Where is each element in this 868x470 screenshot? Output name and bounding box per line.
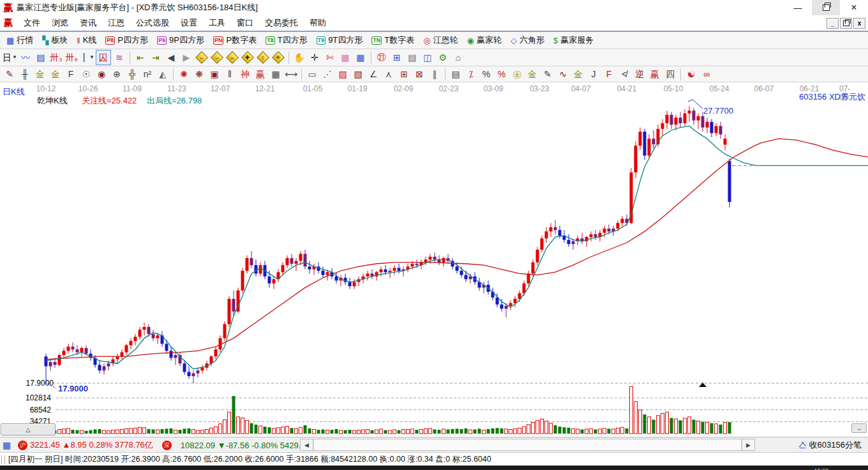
pattern-select[interactable]: 囚 (96, 50, 111, 65)
tick-pair-tool[interactable]: ‖ (223, 67, 237, 81)
gold-under-tool[interactable]: 金 (571, 67, 585, 81)
p-table-button[interactable]: PNP数字表 (209, 33, 261, 48)
kline-9-bars[interactable]: 卅₉ (64, 50, 79, 64)
p-square-button[interactable]: P8P四方形 (101, 33, 153, 48)
shanghai-index-quote[interactable]: 3221.45 ▲8.95 0.28% 3778.76亿 (30, 439, 153, 451)
nine-p-square-button[interactable]: P99P四方形 (153, 33, 209, 48)
hexagon-button[interactable]: ◇六角形 (506, 33, 549, 48)
tick-data-link[interactable]: 亼 收603156分笔 (799, 439, 862, 451)
rays-tool[interactable]: ⋰ (320, 67, 334, 81)
angle-wedge-tool[interactable]: ◭ (156, 67, 170, 81)
menu-资讯[interactable]: 资讯 (74, 16, 102, 30)
menu-交易委托[interactable]: 交易委托 (259, 16, 304, 30)
measure-tool[interactable]: ✄ (323, 50, 337, 64)
gann-fan-tool[interactable]: ✺ (177, 67, 191, 81)
starburst-tool[interactable]: ❋ (192, 67, 206, 81)
menu-窗口[interactable]: 窗口 (231, 16, 259, 30)
boxed-square-tool[interactable]: ▣ (207, 67, 221, 81)
remote-pc-button[interactable]: ⌂ (451, 50, 465, 64)
width-measure-tool[interactable]: ⟷ (284, 67, 298, 81)
fit-y-button[interactable]: ↕ (256, 50, 270, 64)
hatch-2-tool[interactable]: ▧ (351, 67, 365, 81)
mdi-minimize-button[interactable]: _ (827, 18, 839, 29)
fit-x-button[interactable]: ↔ (225, 50, 239, 64)
sectors-button[interactable]: ▚板块 (38, 33, 72, 48)
restore-button[interactable] (812, 0, 840, 15)
mdi-close-button[interactable]: x (853, 18, 865, 29)
infinity-button[interactable]: ∞ (700, 67, 714, 81)
target-tool[interactable]: ◉ (94, 67, 108, 81)
ni-angle-tool[interactable]: 逆 (632, 67, 647, 81)
candle-width[interactable]: 〡▼ (80, 50, 94, 64)
gann-wheel-button[interactable]: ◎江恩轮 (419, 33, 462, 48)
memo-button[interactable]: ▤ (405, 50, 419, 64)
menu-工具[interactable]: 工具 (203, 16, 231, 30)
zigzag-tool[interactable]: ⋏ (382, 67, 396, 81)
kline-3-bars[interactable]: 卅₃ (49, 50, 63, 64)
yinyang-button[interactable]: ☯ (684, 67, 698, 81)
scroll-left-button[interactable]: ◀ (301, 439, 313, 450)
j-angle-tool[interactable]: J (587, 67, 601, 81)
kline-chart-svg[interactable]: 102814685423427117.900027.770017.9000 (0, 82, 868, 437)
percent-lines-tool[interactable]: % (495, 67, 509, 81)
grow-x-button[interactable]: → (210, 50, 224, 64)
menu-设置[interactable]: 设置 (175, 16, 203, 30)
reset-zoom-button[interactable]: ✳ (271, 50, 285, 64)
minimize-button[interactable]: — (784, 0, 812, 15)
pen-tool[interactable]: ✎ (3, 67, 17, 81)
parallel-tool[interactable]: ∥ (428, 67, 442, 81)
rect-tool[interactable]: ▭ (305, 67, 319, 81)
circled-gold-tool[interactable]: ㊎ (510, 67, 524, 81)
grid-blue-tool[interactable]: ▦ (354, 50, 368, 64)
sort-columns[interactable]: ≋ (112, 50, 126, 64)
t-square-button[interactable]: T8T四方形 (261, 33, 311, 48)
menu-江恩[interactable]: 江恩 (102, 16, 130, 30)
chart-style[interactable]: 〰 (19, 50, 33, 64)
nine-t-square-button[interactable]: T99T四方形 (312, 33, 368, 48)
volume-scroll-button[interactable]: → (851, 423, 867, 433)
percent-tool[interactable]: % (479, 67, 493, 81)
angle-line-tool[interactable]: ∠ (366, 67, 380, 81)
ying-tool[interactable]: 赢 (253, 67, 267, 81)
last-page-button[interactable]: ⇥ (149, 50, 163, 64)
next-page-button[interactable]: ▶ (179, 50, 193, 64)
menu-公式选股[interactable]: 公式选股 (130, 16, 175, 30)
circle-cross-tool[interactable]: ⊕ (110, 67, 124, 81)
si-angle-tool[interactable]: 四 (663, 67, 677, 81)
prev-page-button[interactable]: ◀ (164, 50, 178, 64)
kline-chart-area[interactable]: 102814685423427117.900027.770017.9000 10… (0, 82, 868, 437)
n-square-tool[interactable]: n² (140, 67, 154, 81)
spiral-tool[interactable]: ☉ (79, 67, 93, 81)
menu-文件[interactable]: 文件 (18, 16, 46, 30)
calendar-button[interactable]: ㉑ (375, 50, 389, 64)
wave-tool[interactable]: ∿ (556, 67, 570, 81)
kline-button[interactable]: ‖K线 (72, 33, 101, 48)
grid-tool[interactable]: ╫ (18, 67, 32, 81)
double-grid-tool[interactable]: ╬ (125, 67, 139, 81)
f10-info[interactable]: ▤ (34, 50, 48, 64)
menu-浏览[interactable]: 浏览 (46, 16, 74, 30)
gann-gold-2-tool[interactable]: 金 (49, 67, 63, 81)
gann-gold-1-tool[interactable]: 金 (33, 67, 47, 81)
pen-coin-tool[interactable]: ✎ (541, 67, 555, 81)
grid-pink-tool[interactable]: ▦ (338, 50, 352, 64)
ying-angle-tool[interactable]: 赢 (648, 67, 662, 81)
chart-horizontal-scrollbar[interactable]: ◀ ▶ (300, 439, 755, 451)
add-bars-button[interactable]: ✚ (241, 50, 255, 64)
shrink-x-button[interactable]: ← (195, 50, 209, 64)
shenzhen-index-quote[interactable]: 10822.09 ▼-87.56 -0.80% 5429.39 (181, 441, 310, 450)
red-grid-x-tool[interactable]: ⊠ (412, 67, 426, 81)
not-angle-tool[interactable]: ≮ (617, 67, 631, 81)
pan-hand-tool[interactable]: ✋ (292, 50, 306, 64)
t-table-button[interactable]: TNT数字表 (367, 33, 419, 48)
calculator-button[interactable]: ⊞ (390, 50, 404, 64)
market-grid-icon[interactable]: ▦ (3, 441, 13, 450)
crosshair-tool[interactable]: ✛ (308, 50, 322, 64)
dense-grid-tool[interactable]: ▦ (269, 67, 283, 81)
scroll-right-button[interactable]: ▶ (742, 439, 754, 450)
menu-帮助[interactable]: 帮助 (304, 16, 332, 30)
period-selector[interactable]: 日▼ (3, 50, 17, 64)
percent-strike-tool[interactable]: ⁒ (464, 67, 478, 81)
quotes-button[interactable]: ▦行情 (2, 33, 38, 48)
scrollbar-thumb[interactable] (313, 439, 742, 450)
